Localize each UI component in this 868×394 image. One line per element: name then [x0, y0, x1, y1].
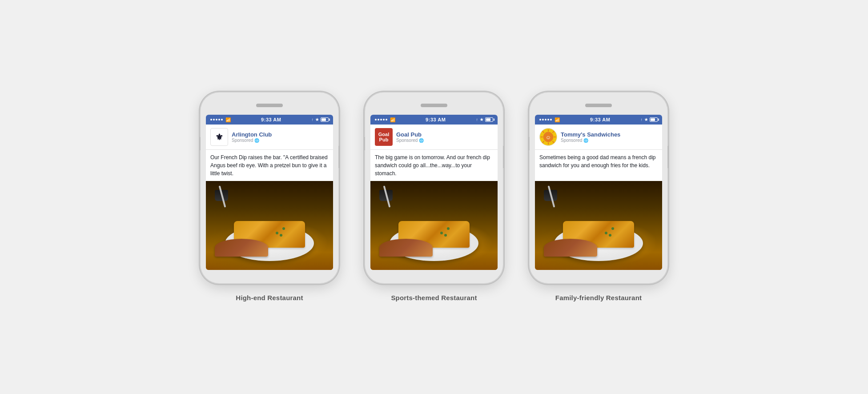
- post-body: The big game is on tomorrow. And our fre…: [370, 150, 498, 181]
- phone-label-arlington: High-end Restaurant: [236, 294, 303, 302]
- sponsored-text: Sponsored: [561, 138, 582, 143]
- battery-icon: [650, 117, 658, 122]
- advertiser-logo: GoalPub: [375, 128, 393, 146]
- sponsored-line: Sponsored 🌐: [396, 138, 493, 143]
- status-left: 📶: [375, 117, 395, 122]
- advertiser-name: Arlington Club: [232, 131, 329, 138]
- wifi-icon: 📶: [390, 117, 395, 122]
- phone-top-bar: [535, 99, 662, 112]
- svg-text:☺: ☺: [546, 134, 551, 141]
- food-image: [370, 181, 498, 270]
- phone-group-goal-pub: 📶 9:33 AM ↑ ★ GoalPub: [365, 92, 503, 302]
- post-body: Sometimes being a good dad means a frenc…: [535, 150, 662, 181]
- globe-icon: 🌐: [583, 138, 588, 143]
- phone-tommy: 📶 9:33 AM ↑ ★: [530, 92, 667, 283]
- status-left: 📶: [210, 117, 231, 122]
- phone-screen: 📶 9:33 AM ↑ ★ GoalPub: [370, 115, 498, 270]
- phone-screen: 📶 9:33 AM ↑ ★: [206, 115, 333, 270]
- wifi-icon: 📶: [555, 117, 560, 122]
- fb-card: ⚜ Arlington Club Sponsored 🌐 Our French …: [206, 125, 333, 270]
- phone-label-tommy: Family-friendly Restaurant: [555, 294, 642, 302]
- location-icon: ↑: [476, 117, 478, 122]
- bluetooth-icon: ★: [480, 117, 483, 122]
- phone-arlington: 📶 9:33 AM ↑ ★: [201, 92, 338, 283]
- phone-group-arlington: 📶 9:33 AM ↑ ★: [201, 92, 338, 302]
- status-bar: 📶 9:33 AM ↑ ★: [535, 115, 662, 125]
- status-bar: 📶 9:33 AM ↑ ★: [370, 115, 498, 125]
- scene: 📶 9:33 AM ↑ ★: [201, 92, 667, 302]
- post-header: ☺ Tommy's Sandwiches Sponsored 🌐: [535, 125, 662, 150]
- svg-text:⚜: ⚜: [215, 132, 223, 142]
- status-right: ↑ ★: [312, 117, 329, 122]
- phone-goal-pub: 📶 9:33 AM ↑ ★ GoalPub: [365, 92, 503, 283]
- status-time: 9:33 AM: [590, 117, 610, 122]
- post-meta: Goal Pub Sponsored 🌐: [396, 131, 493, 143]
- status-time: 9:33 AM: [261, 117, 281, 122]
- post-meta: Arlington Club Sponsored 🌐: [232, 131, 329, 143]
- phone-speaker: [256, 104, 283, 107]
- globe-icon: 🌐: [419, 138, 424, 143]
- phone-label-goal-pub: Sports-themed Restaurant: [391, 294, 477, 302]
- sponsored-text: Sponsored: [232, 138, 253, 143]
- advertiser-logo: ⚜: [210, 128, 228, 146]
- sponsored-line: Sponsored 🌐: [561, 138, 658, 143]
- sponsored-text: Sponsored: [396, 138, 418, 143]
- phone-group-tommy: 📶 9:33 AM ↑ ★: [530, 92, 667, 302]
- status-right: ↑ ★: [641, 117, 658, 122]
- phone-top-bar: [206, 99, 333, 112]
- globe-icon: 🌐: [254, 138, 259, 143]
- fb-card: GoalPub Goal Pub Sponsored 🌐 The big gam…: [370, 125, 498, 270]
- food-image: [535, 181, 662, 270]
- advertiser-name: Tommy's Sandwiches: [561, 131, 658, 138]
- post-header: ⚜ Arlington Club Sponsored 🌐: [206, 125, 333, 150]
- advertiser-logo: ☺: [539, 128, 557, 146]
- status-right: ↑ ★: [476, 117, 494, 122]
- bluetooth-icon: ★: [315, 117, 319, 122]
- status-bar: 📶 9:33 AM ↑ ★: [206, 115, 333, 125]
- status-left: 📶: [539, 117, 560, 122]
- signal-dots: [375, 119, 387, 121]
- location-icon: ↑: [641, 117, 643, 122]
- phone-speaker: [421, 104, 447, 107]
- wifi-icon: 📶: [225, 117, 231, 122]
- location-icon: ↑: [312, 117, 314, 122]
- status-time: 9:33 AM: [426, 117, 446, 122]
- food-image: [206, 181, 333, 270]
- bluetooth-icon: ★: [644, 117, 648, 122]
- signal-dots: [210, 119, 223, 121]
- phone-speaker: [585, 104, 612, 107]
- battery-icon: [321, 117, 329, 122]
- advertiser-name: Goal Pub: [396, 131, 493, 138]
- post-body: Our French Dip raises the bar. "A certif…: [206, 150, 333, 181]
- post-meta: Tommy's Sandwiches Sponsored 🌐: [561, 131, 658, 143]
- battery-icon: [485, 117, 493, 122]
- phone-screen: 📶 9:33 AM ↑ ★: [535, 115, 662, 270]
- phone-top-bar: [370, 99, 498, 112]
- sponsored-line: Sponsored 🌐: [232, 138, 329, 143]
- fb-card: ☺ Tommy's Sandwiches Sponsored 🌐 Sometim…: [535, 125, 662, 270]
- post-header: GoalPub Goal Pub Sponsored 🌐: [370, 125, 498, 150]
- signal-dots: [539, 119, 552, 121]
